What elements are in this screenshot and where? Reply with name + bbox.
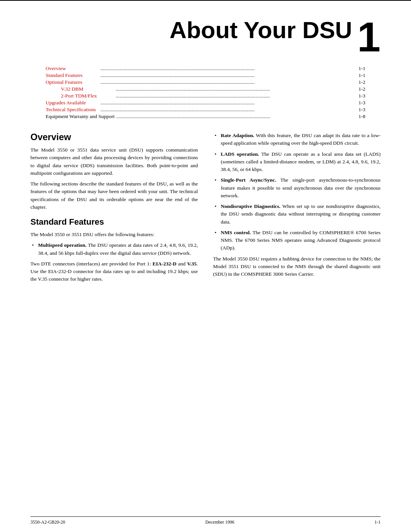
bullet-single-port: Single-Port Async/Sync. The single-port … (213, 176, 381, 200)
toc-dots-4: ........................................… (116, 93, 352, 99)
toc-dots-2: ........................................… (100, 79, 352, 85)
toc-dots-0: ........................................… (100, 66, 352, 72)
toc-label-1[interactable]: Standard Features (46, 72, 99, 78)
toc-page-6: 1-3 (354, 107, 365, 113)
toc-page-0: 1-1 (354, 66, 365, 72)
toc-page-7: 1-8 (354, 113, 365, 120)
right-bullets-list: Rate Adaption. With this feature, the DS… (213, 132, 381, 252)
footer: 3550-A2-GB20-20 December 1996 1-1 (30, 519, 381, 525)
overview-heading: Overview (30, 132, 198, 142)
footer-center: December 1996 (206, 519, 234, 525)
lads-bold: LADS operation. (221, 151, 259, 157)
toc-page-1: 1-1 (354, 72, 365, 78)
standard-features-intro: The Model 3550 or 3551 DSU offers the fo… (30, 231, 198, 238)
toc-entry-2: Optional Features ......................… (46, 79, 365, 85)
nms-bold: NMS control. (221, 230, 251, 235)
page: About Your DSU 1 Overview ..............… (0, 0, 411, 532)
bullet-nondisruptive: Nondisruptive Diagnostics. When set up t… (213, 203, 381, 226)
bullet-bold: Multispeed operation. (38, 242, 86, 248)
standard-features-section: Standard Features The Model 3550 or 3551… (30, 217, 198, 283)
toc-label-7: Equipment Warranty and Support (46, 113, 115, 120)
toc-dots-1: ........................................… (100, 72, 352, 78)
nondisruptive-bold: Nondisruptive Diagnostics. (221, 203, 280, 209)
single-port-bold: Single-Port Async/Sync. (221, 177, 276, 183)
bullet-lads: LADS operation. The DSU can operate as a… (213, 150, 381, 174)
dte-bold2: V.35 (187, 261, 197, 267)
header-area: About Your DSU 1 (0, 1, 411, 62)
rate-adaption-bold: Rate Adaption. (221, 133, 254, 138)
toc-page-3: 1-2 (354, 86, 365, 92)
footer-right: 1-1 (374, 519, 381, 525)
toc-entry-6: Technical Specifications ...............… (46, 107, 365, 113)
overview-para1: The Model 3550 or 3551 data service unit… (30, 146, 198, 177)
bullet-nms: NMS control. The DSU can be controlled b… (213, 229, 381, 252)
toc-entry-0: Overview ...............................… (46, 66, 365, 72)
toc-label-3[interactable]: V.32 DBM (61, 86, 114, 92)
footer-rule (30, 516, 381, 517)
toc-page-5: 1-3 (354, 100, 365, 106)
toc-page-4: 1-3 (354, 93, 365, 99)
dte-para: Two DTE connectors (interfaces) are prov… (30, 260, 198, 283)
toc-entry-7: Equipment Warranty and Support .........… (46, 113, 365, 120)
overview-para2: The following sections describe the stan… (30, 180, 198, 211)
toc-section: Overview ...............................… (0, 62, 411, 128)
toc-label-6[interactable]: Technical Specifications (46, 107, 99, 113)
toc-label-2[interactable]: Optional Features (46, 79, 99, 85)
chapter-title: About Your DSU (169, 16, 352, 43)
toc-page-2: 1-2 (354, 79, 365, 85)
toc-dots-6: ........................................… (100, 107, 352, 113)
chapter-number: 1 (357, 16, 381, 58)
nms-para: The Model 3550 DSU requires a hubbing de… (213, 255, 381, 278)
overview-section: Overview The Model 3550 or 3551 data ser… (30, 132, 198, 211)
standard-features-heading: Standard Features (30, 217, 198, 227)
dte-bold1: EIA-232-D (153, 261, 177, 267)
content-area: Overview The Model 3550 or 3551 data ser… (0, 128, 411, 307)
standard-features-bullets: Multispeed operation. The DSU operates a… (30, 241, 198, 257)
toc-label-0[interactable]: Overview (46, 66, 99, 72)
toc-entry-1: Standard Features ......................… (46, 72, 365, 78)
toc-dots-5: ........................................… (100, 100, 352, 106)
toc-dots-3: ........................................… (116, 86, 352, 92)
right-column-bullets: Rate Adaption. With this feature, the DS… (213, 132, 381, 278)
toc-label-4[interactable]: 2-Port TDM/Flex (61, 93, 114, 99)
bullet-multispeed: Multispeed operation. The DSU operates a… (30, 241, 198, 257)
toc-entry-3: V.32 DBM ...............................… (46, 86, 365, 92)
bullet-rate-adaption: Rate Adaption. With this feature, the DS… (213, 132, 381, 147)
toc-entry-5: Upgrades Available .....................… (46, 100, 365, 106)
toc-label-5[interactable]: Upgrades Available (46, 100, 99, 106)
footer-left: 3550-A2-GB20-20 (30, 519, 65, 525)
toc-entry-4: 2-Port TDM/Flex ........................… (46, 93, 365, 99)
toc-dots-7: ........................................… (116, 113, 352, 120)
